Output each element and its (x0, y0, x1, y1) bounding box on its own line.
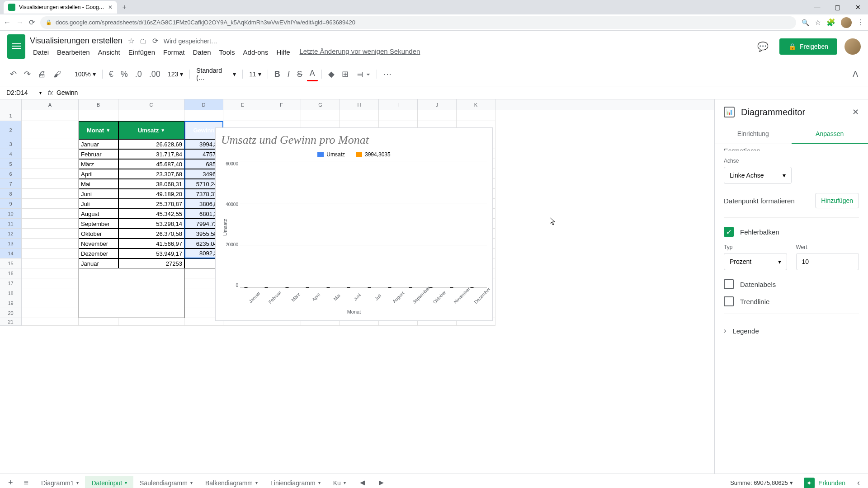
side-panel-toggle[interactable]: ‹ (853, 475, 864, 488)
cell-K1[interactable] (457, 110, 495, 121)
cell-C19[interactable] (118, 298, 184, 308)
cell-A13[interactable] (22, 239, 79, 249)
select-all-corner[interactable] (0, 99, 22, 110)
filter-icon[interactable]: ▼ (106, 128, 110, 133)
back-button[interactable]: ← (4, 19, 11, 27)
cell-A3[interactable] (22, 139, 79, 149)
cell-B8[interactable]: Juni (79, 189, 118, 199)
cell-A5[interactable] (22, 159, 79, 169)
user-avatar[interactable] (844, 38, 861, 55)
col-header-J[interactable]: J (418, 99, 457, 110)
chart-overlay[interactable]: Umsatz und Gewinn pro Monat Umsatz3994,3… (215, 127, 493, 321)
format-select[interactable]: 123 ▾ (165, 69, 186, 80)
menu-daten[interactable]: Daten (190, 47, 214, 57)
errorbar-type-select[interactable]: Prozent ▾ (724, 253, 787, 270)
cell-C14[interactable]: 53.949,17 (118, 249, 184, 258)
col-header-F[interactable]: F (262, 99, 301, 110)
row-header-5[interactable]: 5 (0, 159, 22, 169)
cell-C15[interactable]: 27253 (118, 258, 184, 268)
menu-ansicht[interactable]: Ansicht (95, 47, 123, 57)
formula-input[interactable]: Gewinn (57, 89, 78, 96)
cell-B4[interactable]: Februar (79, 149, 118, 159)
tab-customize[interactable]: Anpassen (792, 125, 868, 144)
share-button[interactable]: 🔒 Freigeben (779, 38, 837, 55)
cell-I1[interactable] (379, 110, 418, 121)
strike-button[interactable]: S (294, 68, 305, 81)
browser-menu-icon[interactable]: ⋮ (857, 18, 864, 27)
row-header-20[interactable]: 20 (0, 308, 22, 318)
close-button[interactable]: ✕ (848, 0, 868, 14)
fontsize-select[interactable]: 11 ▾ (246, 69, 264, 80)
cell-A2[interactable] (22, 121, 79, 139)
cell-A9[interactable] (22, 199, 79, 209)
cell-C21[interactable] (118, 318, 184, 326)
row-header-3[interactable]: 3 (0, 139, 22, 149)
cell-B13[interactable]: November (79, 239, 118, 249)
cell-C13[interactable]: 41.566,97 (118, 239, 184, 249)
forward-button[interactable]: → (16, 19, 24, 27)
cell-C12[interactable]: 26.370,58 (118, 229, 184, 239)
undo-button[interactable]: ↶ (7, 67, 19, 81)
tabs-scroll-left[interactable]: ◄ (354, 475, 371, 488)
row-header-1[interactable]: 1 (0, 110, 22, 121)
star-doc-icon[interactable]: ☆ (128, 37, 134, 45)
row-header-18[interactable]: 18 (0, 288, 22, 298)
col-header-C[interactable]: C (118, 99, 184, 110)
menu-bearbeiten[interactable]: Bearbeiten (54, 47, 93, 57)
cell-A1[interactable] (22, 110, 79, 121)
maximize-button[interactable]: ▢ (827, 0, 848, 14)
sheet-tab-säulendiagramm[interactable]: Säulendiagramm ▾ (133, 476, 199, 488)
url-bar[interactable]: 🔒 docs.google.com/spreadsheets/d/16sZAG8… (40, 16, 796, 29)
tab-setup[interactable]: Einrichtung (715, 125, 792, 144)
spreadsheet-area[interactable]: ABCDEFGHIJK12Monat▼Umsatz▼Gewinn3Januar2… (0, 99, 714, 474)
font-select[interactable]: Standard (… ▾ (193, 65, 239, 83)
collapse-toolbar-button[interactable]: ᐱ (850, 67, 861, 81)
sheet-tab-dateninput[interactable]: Dateninput ▾ (85, 476, 133, 488)
cell-B17[interactable] (79, 278, 118, 288)
menu-einfügen[interactable]: Einfügen (125, 47, 158, 57)
cell-A16[interactable] (22, 268, 79, 278)
reload-button[interactable]: ⟳ (29, 18, 35, 27)
cell-A14[interactable] (22, 249, 79, 258)
errorbars-checkbox[interactable]: ✓ (724, 227, 734, 237)
legend-section[interactable]: › Legende (724, 320, 859, 341)
axis-select[interactable]: Linke Achse ▾ (724, 167, 792, 184)
redo-button[interactable]: ↷ (21, 67, 33, 81)
errorbar-value-input[interactable] (796, 253, 859, 270)
cell-A8[interactable] (22, 189, 79, 199)
row-header-19[interactable]: 19 (0, 298, 22, 308)
summary-display[interactable]: Summe: 69075,80625 ▾ (726, 478, 797, 488)
cell-B18[interactable] (79, 288, 118, 298)
cell-A12[interactable] (22, 229, 79, 239)
cell-B15[interactable]: Januar (79, 258, 118, 268)
cell-C6[interactable]: 23.307,68 (118, 169, 184, 179)
cell-A4[interactable] (22, 149, 79, 159)
cell-B10[interactable]: August (79, 209, 118, 219)
cell-B21[interactable] (79, 318, 118, 326)
col-header-G[interactable]: G (301, 99, 340, 110)
fill-color-button[interactable]: ◆ (326, 67, 337, 81)
cell-C2[interactable]: Umsatz▼ (118, 121, 184, 139)
filter-icon[interactable]: ▼ (160, 128, 165, 133)
profile-avatar[interactable] (841, 17, 852, 28)
cell-A20[interactable] (22, 308, 79, 318)
cell-B6[interactable]: April (79, 169, 118, 179)
percent-button[interactable]: % (118, 68, 131, 81)
cell-C17[interactable] (118, 278, 184, 288)
star-icon[interactable]: ☆ (815, 18, 821, 27)
row-header-16[interactable]: 16 (0, 268, 22, 278)
add-sheet-button[interactable]: + (4, 475, 18, 488)
cell-G1[interactable] (301, 110, 340, 121)
row-header-7[interactable]: 7 (0, 179, 22, 189)
minimize-button[interactable]: — (807, 0, 827, 14)
print-button[interactable]: 🖨 (35, 68, 49, 81)
row-header-11[interactable]: 11 (0, 219, 22, 229)
paint-format-button[interactable]: 🖌 (51, 68, 64, 81)
move-doc-icon[interactable]: 🗀 (140, 37, 147, 45)
cell-C10[interactable]: 45.342,55 (118, 209, 184, 219)
row-header-6[interactable]: 6 (0, 169, 22, 179)
sheet-tab-ku[interactable]: Ku ▾ (327, 476, 352, 488)
row-header-12[interactable]: 12 (0, 229, 22, 239)
col-header-H[interactable]: H (340, 99, 379, 110)
menu-add-ons[interactable]: Add-ons (240, 47, 272, 57)
